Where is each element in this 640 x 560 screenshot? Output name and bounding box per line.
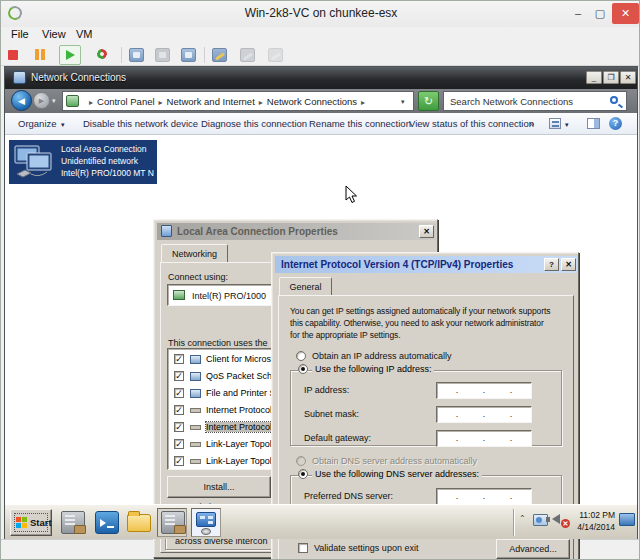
default-gateway-field[interactable]: . . . [436,430,532,447]
vmware-titlebar[interactable]: Win-2k8-VC on chunkee-esx – ▢ ✕ [1,1,640,27]
power-off-icon[interactable] [8,50,18,60]
view-status-button[interactable]: View status of this connection [409,118,534,129]
ipv4-dialog-close-icon[interactable]: ✕ [561,258,576,271]
powershell-icon[interactable] [95,511,119,534]
revert-snapshot-icon[interactable] [155,48,170,62]
rename-connection-button[interactable]: Rename this connection [309,118,411,129]
ipv4-dialog-help-icon[interactable]: ? [544,258,559,271]
local-area-connection-item[interactable]: Local Area Connection Unidentified netwo… [9,140,157,184]
reset-icon[interactable] [95,47,108,60]
search-input[interactable] [448,93,603,109]
tray-expand-icon[interactable]: ⌃ [519,514,526,523]
taskbar: Start ⌃ ✕ 11:02 PM 4/14/2014 [5,504,637,539]
taskbar-item-network-connections[interactable] [191,508,221,537]
window-minimize-button[interactable]: _ [586,71,602,84]
component-label: File and Printer S [206,388,276,398]
validate-label[interactable]: Validate settings upon exit [314,543,418,553]
lan-dialog-titlebar[interactable]: Local Area Connection Properties [157,223,436,240]
preferred-dns-field[interactable]: . . . [436,488,532,505]
radio-use-dns-label[interactable]: Use the following DNS server addresses: [312,469,482,479]
breadcrumb-control-panel[interactable]: Control Panel [97,96,155,107]
radio-obtain-ip[interactable] [296,351,306,361]
explorer-titlebar[interactable]: Network Connections _ ❐ ✕ [5,67,637,89]
server-manager-icon[interactable] [61,511,85,534]
search-icon[interactable] [610,96,618,104]
refresh-button[interactable]: ↻ [418,91,439,111]
checkbox-checked[interactable]: ✓ [174,371,184,381]
back-button[interactable]: ◀ [11,90,32,111]
menu-file[interactable]: File [11,28,29,40]
menu-view[interactable]: View [42,28,66,40]
disable-device-button[interactable]: Disable this network device [83,118,198,129]
checkbox-checked[interactable]: ✓ [174,388,184,398]
maximize-button[interactable]: ▢ [589,4,611,23]
radio-use-dns[interactable] [298,469,308,479]
subnet-mask-field[interactable]: . . . [436,406,532,423]
crumb-sep-icon[interactable]: ▸ [255,98,267,107]
radio-obtain-ip-label[interactable]: Obtain an IP address automatically [312,351,451,361]
tab-general[interactable]: General [279,277,332,296]
breadcrumb-network-and-internet[interactable]: Network and Internet [167,96,255,107]
clock-date: 4/14/2014 [573,521,615,533]
manage-icon[interactable] [240,48,255,62]
checkbox-checked[interactable]: ✓ [174,422,184,432]
help-icon[interactable]: ? [609,117,622,130]
radio-obtain-dns-label: Obtain DNS server address automatically [312,456,477,466]
tray-clock[interactable]: 11:02 PM 4/14/2014 [573,509,615,533]
radio-use-ip-label[interactable]: Use the following IP address: [312,364,434,374]
adapter-name: Intel(R) PRO/1000 [192,291,266,301]
tray-volume-icon[interactable] [552,514,560,524]
more-commands-icon[interactable]: » [529,118,534,129]
take-snapshot-icon[interactable] [129,48,144,62]
ip-address-field[interactable]: . . . [436,382,532,399]
tab-networking[interactable]: Networking [161,244,228,263]
breadcrumb-network-connections[interactable]: Network Connections [267,96,357,107]
advanced-button[interactable]: Advanced... [496,539,570,559]
close-button[interactable]: ✕ [612,3,639,24]
start-button[interactable]: Start [10,509,52,536]
search-box[interactable] [443,91,627,111]
checkbox-checked[interactable]: ✓ [174,439,184,449]
edit-settings-icon[interactable] [212,48,227,62]
validate-checkbox[interactable] [298,543,308,553]
protocol-icon [190,442,201,447]
install-button[interactable]: Install... [167,476,271,498]
crumb-sep-icon[interactable]: ▸ [155,98,167,107]
ipv4-dialog-titlebar[interactable]: Internet Protocol Version 4 (TCP/IPv4) P… [275,256,577,273]
preview-pane-icon[interactable] [587,118,600,129]
radio-use-ip[interactable] [298,364,308,374]
lan-dialog-close-icon[interactable]: ✕ [419,225,434,238]
explorer-folder-icon[interactable] [127,514,151,532]
component-label: Client for Microso [206,354,276,364]
menu-vm[interactable]: VM [76,28,93,40]
checkbox-checked[interactable]: ✓ [174,456,184,466]
connection-name: Local Area Connection [61,143,154,155]
tray-display-icon[interactable] [619,513,635,526]
component-label: Link-Layer Topol [206,439,272,449]
taskbar-item-server[interactable] [157,508,187,537]
view-options-icon[interactable] [549,118,561,129]
view-options-dropdown-icon[interactable]: ▾ [565,121,569,129]
breadcrumb[interactable]: ▸Control Panel▸Network and Internet▸Netw… [62,91,414,111]
window-close-button[interactable]: ✕ [620,71,636,84]
window-restore-button[interactable]: ❐ [603,71,619,84]
diagnose-connection-button[interactable]: Diagnose this connection [201,118,307,129]
intro-line: for the appropriate IP settings. [290,329,550,341]
organize-button[interactable]: Organize [18,118,57,129]
crumb-sep-icon[interactable]: ▸ [357,98,369,107]
checkbox-checked[interactable]: ✓ [174,354,184,364]
snapshot-manager-icon[interactable] [181,48,196,62]
address-dropdown-icon[interactable]: ▾ [401,98,405,106]
protocol-icon [190,408,201,413]
suspend-icon[interactable] [35,49,45,60]
forward-button[interactable]: ▶ [33,92,50,109]
connection-status: Unidentified network [61,155,154,167]
organize-dropdown-icon[interactable]: ▾ [61,121,65,129]
recent-pages-dropdown-icon[interactable]: ▾ [52,97,56,105]
default-gateway-label: Default gateway: [304,433,371,443]
console-options-icon[interactable] [268,48,283,62]
minimize-button[interactable]: – [567,4,589,23]
checkbox-checked[interactable]: ✓ [174,405,184,415]
component-label: QoS Packet Sch [206,371,272,381]
adapter-icon [173,290,185,300]
